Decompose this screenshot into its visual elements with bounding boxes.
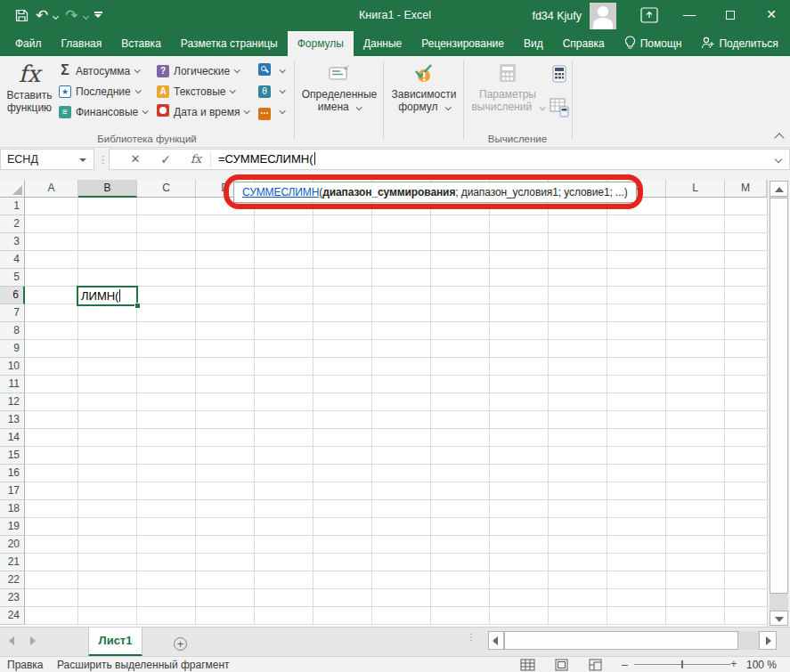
- scroll-right-icon[interactable]: [759, 631, 777, 650]
- vertical-scrollbar[interactable]: [767, 180, 790, 627]
- row-header-17[interactable]: 17: [0, 482, 25, 500]
- row-header-23[interactable]: 23: [0, 589, 25, 607]
- row-header-10[interactable]: 10: [0, 358, 25, 376]
- zoom-level[interactable]: 100 %: [746, 659, 777, 671]
- column-header-B[interactable]: B: [78, 180, 137, 198]
- calculate-now-icon[interactable]: [550, 65, 568, 86]
- scroll-left-icon[interactable]: [488, 631, 504, 650]
- row-header-16[interactable]: 16: [0, 465, 25, 482]
- row-header-6[interactable]: 6: [0, 287, 25, 304]
- ribbon-button-lookup-magnifier-icon[interactable]: [258, 61, 284, 81]
- name-box[interactable]: ЕСНД: [0, 149, 94, 170]
- ribbon-tab-Формулы[interactable]: Формулы: [288, 31, 354, 56]
- row-header-19[interactable]: 19: [0, 518, 25, 536]
- ribbon-tab-Помощн[interactable]: Помощн: [615, 31, 692, 56]
- enter-icon[interactable]: ✓: [152, 150, 179, 169]
- status-bar: Правка Расширить выделенный фрагмент − +…: [0, 656, 790, 672]
- name-box-dropdown-icon[interactable]: [79, 158, 86, 162]
- ribbon-display-options-icon[interactable]: [640, 7, 658, 23]
- row-header-1[interactable]: 1: [0, 198, 25, 215]
- minimize-button[interactable]: —: [671, 0, 708, 31]
- formula-auditing-button[interactable]: Зависимости формул: [387, 61, 461, 113]
- formula-bar-gripper: ⋮: [98, 149, 109, 170]
- ribbon-tab-Вид[interactable]: Вид: [514, 31, 553, 56]
- user-name: fd34 Kjufy: [532, 10, 582, 22]
- row-header-14[interactable]: 14: [0, 429, 25, 447]
- ribbon-button-Финансовые[interactable]: ≡Финансовые: [59, 101, 147, 122]
- sheet-tab-bar: Лист1 + ⋮: [0, 627, 790, 656]
- row-header-11[interactable]: 11: [0, 376, 25, 393]
- scroll-up-icon[interactable]: [770, 181, 788, 197]
- select-all-corner[interactable]: [0, 180, 25, 198]
- horizontal-scroll-thumb[interactable]: [504, 631, 738, 650]
- zoom-out-icon[interactable]: −: [621, 658, 628, 672]
- sheet-tab-active[interactable]: Лист1: [88, 627, 143, 657]
- row-header-2[interactable]: 2: [0, 215, 25, 233]
- row-header-24[interactable]: 24: [0, 607, 25, 625]
- expand-formula-bar-icon[interactable]: [775, 156, 782, 163]
- active-cell[interactable]: ЛИМН(: [77, 286, 138, 306]
- calculate-sheet-icon[interactable]: [550, 98, 569, 121]
- row-header-20[interactable]: 20: [0, 536, 25, 554]
- row-header-8[interactable]: 8: [0, 322, 25, 340]
- sheet-nav-right-icon[interactable]: [30, 636, 36, 645]
- defined-names-button[interactable]: Определенные имена: [297, 61, 381, 113]
- row-header-9[interactable]: 9: [0, 340, 25, 358]
- insert-function-button[interactable]: fx Вставить функцию: [4, 59, 55, 128]
- fx-icon: fx: [4, 59, 55, 89]
- ribbon-tab-Разметка страницы[interactable]: Разметка страницы: [171, 31, 288, 56]
- account-area[interactable]: fd34 Kjufy: [532, 0, 616, 31]
- close-button[interactable]: ✕: [753, 0, 790, 31]
- row-header-22[interactable]: 22: [0, 571, 25, 589]
- share-person-icon: [701, 36, 714, 52]
- row-header-5[interactable]: 5: [0, 269, 25, 287]
- ribbon-button-math-theta-icon[interactable]: θ: [258, 81, 284, 101]
- ribbon-tab-Рецензирование[interactable]: Рецензирование: [411, 31, 514, 56]
- title-bar: ↶ ↷ Книга1 - Excel fd34 Kjufy — ✕: [0, 0, 790, 31]
- ribbon-button-Последние[interactable]: ★Последние: [59, 81, 147, 101]
- normal-view-icon[interactable]: [520, 659, 535, 671]
- ribbon-tab-Вставка[interactable]: Вставка: [111, 31, 171, 56]
- zoom-slider-handle[interactable]: [681, 660, 683, 668]
- row-header-12[interactable]: 12: [0, 393, 25, 411]
- ribbon-tab-Данные[interactable]: Данные: [354, 31, 411, 56]
- cancel-icon[interactable]: ✕: [122, 150, 149, 169]
- fill-handle[interactable]: [134, 303, 141, 309]
- ribbon-tab-Поделиться[interactable]: Поделиться: [691, 31, 787, 56]
- sheet-nav-left-icon[interactable]: [9, 636, 14, 645]
- ribbon-tab-Справка[interactable]: Справка: [553, 31, 615, 56]
- page-layout-view-icon[interactable]: [554, 659, 569, 671]
- ribbon-button-Дата и время[interactable]: Дата и время: [157, 101, 248, 122]
- insert-function-icon[interactable]: fx: [183, 150, 209, 169]
- date-time-clock-icon: [157, 104, 174, 119]
- ribbon-tab-Главная[interactable]: Главная: [52, 31, 112, 56]
- column-header-L[interactable]: L: [666, 180, 725, 198]
- scroll-down-icon[interactable]: [770, 611, 788, 626]
- row-header-7[interactable]: 7: [0, 304, 25, 322]
- ribbon-button-more-functions-icon[interactable]: …: [258, 101, 284, 122]
- avatar[interactable]: [590, 3, 616, 29]
- maximize-button[interactable]: [712, 0, 749, 31]
- spreadsheet-grid[interactable]: ABCDEFGHIJKLM 12345678910111213141516171…: [0, 180, 767, 626]
- add-sheet-icon[interactable]: +: [174, 637, 187, 651]
- column-header-A[interactable]: A: [25, 180, 78, 198]
- ribbon-tab-Файл[interactable]: Файл: [5, 31, 52, 56]
- formula-input[interactable]: =СУММЕСЛИМН(: [218, 150, 315, 169]
- row-header-18[interactable]: 18: [0, 500, 25, 518]
- financial-book-icon: ≡: [59, 105, 76, 118]
- column-header-C[interactable]: C: [137, 180, 196, 198]
- collapse-ribbon-icon[interactable]: [774, 133, 784, 142]
- row-header-4[interactable]: 4: [0, 251, 25, 269]
- scrollbar-gripper[interactable]: ⋮: [467, 634, 472, 640]
- zoom-in-icon[interactable]: +: [730, 657, 737, 670]
- ribbon-button-Автосумма[interactable]: ΣАвтосумма: [59, 61, 147, 81]
- ribbon-button-Логические[interactable]: ?Логические: [157, 61, 248, 81]
- vertical-scroll-thumb[interactable]: [770, 198, 788, 594]
- row-header-21[interactable]: 21: [0, 554, 25, 571]
- page-break-view-icon[interactable]: [588, 659, 603, 671]
- row-header-3[interactable]: 3: [0, 233, 25, 251]
- row-header-13[interactable]: 13: [0, 411, 25, 429]
- ribbon-button-Текстовые[interactable]: AТекстовые: [157, 81, 248, 101]
- row-header-15[interactable]: 15: [0, 447, 25, 465]
- column-header-M[interactable]: M: [725, 180, 767, 198]
